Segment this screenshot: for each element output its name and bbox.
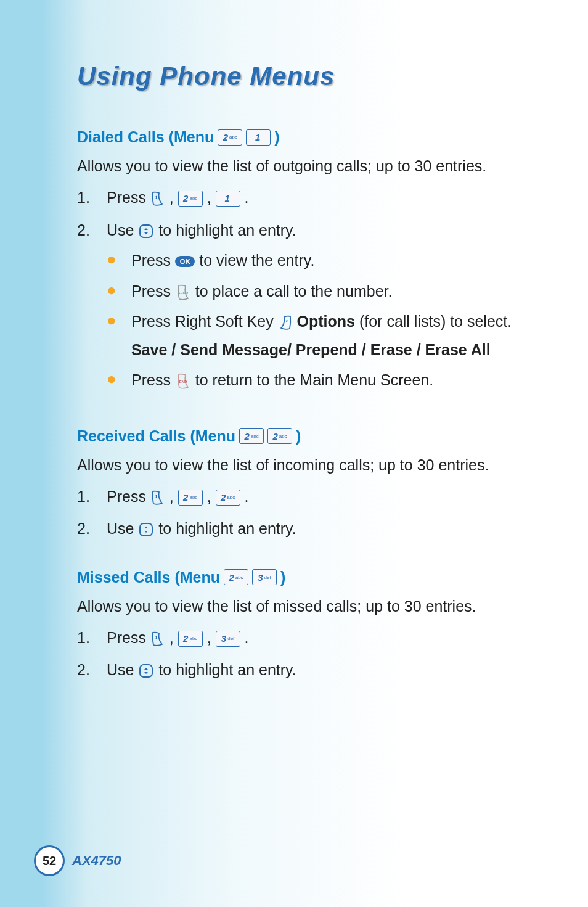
step-text: , bbox=[169, 488, 178, 505]
step-number: 2. bbox=[77, 219, 107, 242]
svg-rect-4 bbox=[140, 665, 152, 677]
key-2-icon: 2abc bbox=[178, 631, 203, 647]
key-2-icon: 2abc bbox=[239, 428, 264, 444]
key-2-icon: 2abc bbox=[178, 191, 203, 207]
bullet-text: to return to the Main Menu Screen. bbox=[195, 371, 433, 388]
key-2-icon: 2abc bbox=[267, 428, 292, 444]
bullet-icon: ● bbox=[107, 249, 131, 270]
step-text: , bbox=[207, 488, 216, 505]
bullet-text: Press bbox=[131, 371, 175, 388]
bullet-text: to place a call to the number. bbox=[195, 282, 393, 300]
section-title-dialed: Dialed Calls (Menu 2abc 1 ) bbox=[77, 128, 539, 146]
svg-text:END: END bbox=[179, 380, 187, 384]
bullet-text: Press bbox=[131, 282, 175, 300]
step-text: . bbox=[245, 189, 249, 206]
bullet-text: (for call lists) to select. bbox=[355, 313, 512, 330]
step-text: Use bbox=[107, 520, 138, 537]
step-number: 1. bbox=[77, 485, 107, 509]
section-dialed: Dialed Calls (Menu 2abc 1 ) Allows you t… bbox=[77, 128, 539, 400]
right-softkey-icon bbox=[278, 314, 293, 330]
section-desc: Allows you to view the list of outgoing … bbox=[77, 155, 539, 177]
bullet-text: to view the entry. bbox=[199, 252, 314, 269]
bullet-row: ● Press OK to view the entry. bbox=[107, 249, 539, 273]
svg-rect-3 bbox=[140, 523, 152, 536]
section-title-missed: Missed Calls (Menu 2abc 3def ) bbox=[77, 568, 539, 586]
nav-updown-icon bbox=[138, 223, 154, 239]
section-received: Received Calls (Menu 2abc 2abc ) Allows … bbox=[77, 427, 539, 541]
key-2-icon: 2abc bbox=[224, 569, 248, 585]
key-2-icon: 2abc bbox=[178, 490, 203, 506]
bullet-row: ● Press Right Soft Key Options (for call… bbox=[107, 310, 539, 361]
nav-updown-icon bbox=[138, 522, 154, 538]
title-text: Received Calls (Menu bbox=[77, 427, 235, 445]
title-text: Missed Calls (Menu bbox=[77, 568, 220, 586]
key-1-icon: 1 bbox=[246, 129, 271, 146]
step-text: . bbox=[245, 629, 249, 646]
nav-updown-icon bbox=[138, 663, 154, 679]
page-footer: 52 AX4750 bbox=[34, 845, 121, 876]
svg-text:SEND: SEND bbox=[178, 291, 189, 295]
options-list: Save / Send Message/ Prepend / Erase / E… bbox=[131, 341, 491, 358]
key-1-icon: 1 bbox=[216, 191, 240, 207]
key-3-icon: 3def bbox=[252, 569, 277, 585]
step-row: 2. Use to highlight an entry. bbox=[77, 659, 539, 682]
left-softkey-icon bbox=[150, 191, 165, 207]
step-text: , bbox=[207, 189, 216, 206]
key-2-icon: 2abc bbox=[216, 490, 240, 506]
step-row: 2. Use to highlight an entry. ● Press OK bbox=[77, 219, 539, 400]
section-desc: Allows you to view the list of missed ca… bbox=[77, 596, 539, 617]
model-label: AX4750 bbox=[72, 853, 121, 869]
step-text: Press bbox=[107, 629, 150, 646]
title-suffix: ) bbox=[280, 568, 285, 586]
bullet-text: Press Right Soft Key bbox=[131, 313, 278, 330]
title-suffix: ) bbox=[296, 427, 301, 445]
step-number: 2. bbox=[77, 659, 107, 682]
left-softkey-icon bbox=[150, 631, 165, 647]
step-text: to highlight an entry. bbox=[158, 661, 296, 678]
step-text: Use bbox=[107, 221, 138, 239]
bullet-text: Press bbox=[131, 252, 175, 269]
bullet-icon: ● bbox=[107, 369, 131, 390]
send-key-icon: SEND bbox=[175, 284, 191, 301]
step-text: Press bbox=[107, 189, 150, 206]
svg-rect-0 bbox=[140, 225, 152, 237]
title-suffix: ) bbox=[274, 128, 279, 146]
ok-key-icon: OK bbox=[175, 256, 195, 267]
bullet-row: ● Press SEND to place a call to the numb… bbox=[107, 280, 539, 303]
options-label: Options bbox=[297, 313, 355, 330]
bullet-row: ● Press END to return to the Main Menu S… bbox=[107, 369, 539, 392]
step-text: Use bbox=[107, 661, 138, 678]
page-title: Using Phone Menus bbox=[77, 62, 539, 91]
step-text: , bbox=[169, 189, 178, 206]
section-missed: Missed Calls (Menu 2abc 3def ) Allows yo… bbox=[77, 568, 539, 682]
step-text: to highlight an entry. bbox=[158, 221, 296, 239]
step-text: Press bbox=[107, 488, 150, 505]
bullet-icon: ● bbox=[107, 280, 131, 301]
title-text: Dialed Calls (Menu bbox=[77, 128, 214, 146]
step-text: , bbox=[207, 629, 216, 646]
step-number: 2. bbox=[77, 517, 107, 541]
step-text: to highlight an entry. bbox=[158, 520, 296, 537]
key-3-icon: 3def bbox=[216, 631, 240, 647]
step-number: 1. bbox=[77, 186, 107, 210]
page-number: 52 bbox=[34, 845, 65, 876]
step-text: , bbox=[169, 629, 178, 646]
bullet-icon: ● bbox=[107, 310, 131, 331]
step-number: 1. bbox=[77, 626, 107, 650]
key-2-icon: 2abc bbox=[218, 129, 242, 146]
end-key-icon: END bbox=[175, 372, 191, 390]
step-text: . bbox=[245, 488, 249, 505]
section-desc: Allows you to view the list of incoming … bbox=[77, 454, 539, 476]
left-softkey-icon bbox=[150, 490, 165, 506]
step-row: 1. Press , 2abc , 1 . bbox=[77, 186, 539, 210]
step-row: 1. Press , 2abc , 3def . bbox=[77, 626, 539, 650]
step-row: 1. Press , 2abc , 2abc . bbox=[77, 485, 539, 509]
section-title-received: Received Calls (Menu 2abc 2abc ) bbox=[77, 427, 539, 445]
step-row: 2. Use to highlight an entry. bbox=[77, 517, 539, 541]
